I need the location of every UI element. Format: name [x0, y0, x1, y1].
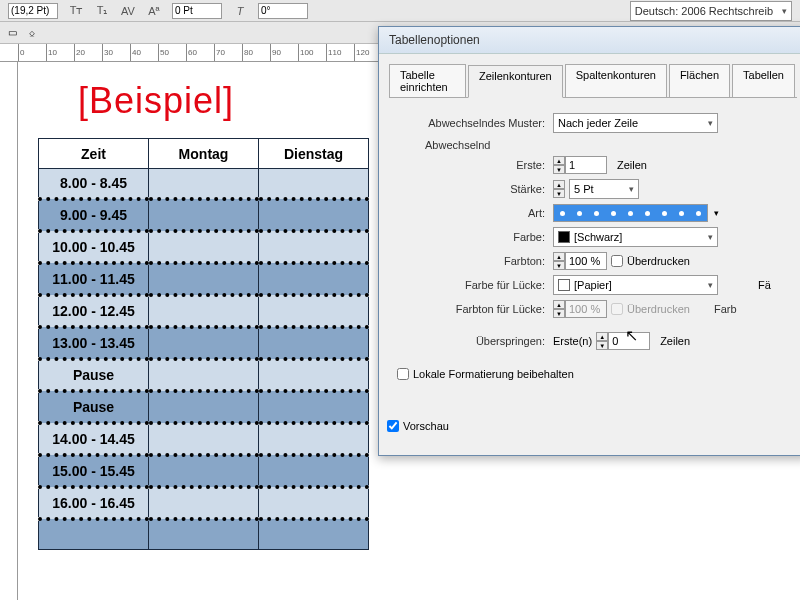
spin-down-icon[interactable]: ▼ — [553, 189, 565, 198]
staerke-label: Stärke: — [393, 183, 553, 195]
table-row — [39, 519, 369, 549]
spin-down-icon[interactable]: ▼ — [596, 341, 608, 350]
erste-spinbox[interactable]: ▲▼ — [553, 156, 607, 174]
table-row: 14.00 - 14.45 — [39, 423, 369, 455]
spin-up-icon[interactable]: ▲ — [553, 252, 565, 261]
header-dienstag[interactable]: Dienstag — [259, 139, 369, 169]
ruler-vertical — [0, 62, 18, 600]
skip-prefix: Erste(n) — [553, 335, 592, 347]
direct-select-icon[interactable]: ▭ — [8, 27, 17, 38]
baseline-icon[interactable]: Aª — [146, 3, 162, 19]
toolbar-top: Tᴛ T₁ AV Aª T Deutsch: 2006 Rechtschreib — [0, 0, 800, 22]
spin-down-icon[interactable]: ▼ — [553, 261, 565, 270]
tab-fills[interactable]: Flächen — [669, 64, 730, 97]
table-row: 11.00 - 11.45 — [39, 263, 369, 295]
table-options-dialog[interactable]: Tabellenoptionen Tabelle einrichten Zeil… — [378, 26, 800, 456]
tab-col-strokes[interactable]: Spaltenkonturen — [565, 64, 667, 97]
dialog-title: Tabellenoptionen — [379, 27, 800, 54]
dialog-tabs: Tabelle einrichten Zeilenkonturen Spalte… — [389, 64, 797, 98]
table-row: 12.00 - 12.45 — [39, 295, 369, 327]
table-row: 10.00 - 10.45 — [39, 231, 369, 263]
table-header-row: Zeit Montag Dienstag — [39, 139, 369, 169]
header-zeit[interactable]: Zeit — [39, 139, 149, 169]
gap-overprint-label: Überdrucken — [627, 303, 690, 315]
preview-checkbox[interactable] — [387, 420, 399, 432]
farbton-spinbox[interactable]: ▲▼ — [553, 252, 607, 270]
table-row: 13.00 - 13.45 — [39, 327, 369, 359]
tracking-input[interactable] — [172, 3, 222, 19]
erste-suffix: Zeilen — [617, 159, 647, 171]
table-row: 9.00 - 9.45 — [39, 199, 369, 231]
swatch-icon — [558, 231, 570, 243]
local-format-label: Lokale Formatierung beibehalten — [413, 368, 574, 380]
spin-up-icon[interactable]: ▲ — [553, 156, 565, 165]
spin-down-icon[interactable]: ▼ — [553, 165, 565, 174]
kerning-icon[interactable]: AV — [120, 3, 136, 19]
gap-overprint-checkbox — [611, 303, 623, 315]
schedule-table[interactable]: Zeit Montag Dienstag 8.00 - 8.45 9.00 - … — [38, 138, 369, 550]
tab-setup[interactable]: Tabelle einrichten — [389, 64, 466, 97]
farbe-label: Farbe: — [393, 231, 553, 243]
tab-tables[interactable]: Tabellen — [732, 64, 795, 97]
preview-label: Vorschau — [403, 420, 449, 432]
pattern-label: Abwechselndes Muster: — [393, 117, 553, 129]
table-row: 8.00 - 8.45 — [39, 169, 369, 200]
stroke-type-dropdown[interactable] — [553, 204, 708, 222]
italic-t-icon[interactable]: T — [232, 3, 248, 19]
alternating-group-label: Abwechselnd — [425, 139, 793, 151]
pattern-dropdown[interactable]: Nach jeder Zeile — [553, 113, 718, 133]
right-cut-label-2: Farb — [714, 303, 737, 315]
magnet-icon[interactable]: ⎐ — [29, 27, 35, 38]
skip-spinbox[interactable]: ▲▼ — [596, 332, 650, 350]
swatch-icon — [558, 279, 570, 291]
spin-up-icon: ▲ — [553, 300, 565, 309]
gap-tint-label: Farbton für Lücke: — [393, 303, 553, 315]
table-row: 16.00 - 16.45 — [39, 487, 369, 519]
header-montag[interactable]: Montag — [149, 139, 259, 169]
farbton-label: Farbton: — [393, 255, 553, 267]
gap-tint-spinbox: ▲▼ — [553, 300, 607, 318]
spin-up-icon[interactable]: ▲ — [596, 332, 608, 341]
spin-down-icon: ▼ — [553, 309, 565, 318]
table-row: Pause — [39, 359, 369, 391]
art-label: Art: — [393, 207, 553, 219]
skip-suffix: Zeilen — [660, 335, 690, 347]
staerke-dropdown[interactable]: 5 Pt — [569, 179, 639, 199]
angle-input[interactable] — [258, 3, 308, 19]
skip-label: Überspringen: — [393, 335, 553, 347]
right-cut-label-1: Fä — [758, 279, 771, 291]
gap-color-label: Farbe für Lücke: — [393, 279, 553, 291]
char-t1-icon[interactable]: T₁ — [94, 3, 110, 19]
char-tt-icon[interactable]: Tᴛ — [68, 3, 84, 19]
local-format-checkbox[interactable] — [397, 368, 409, 380]
language-dropdown[interactable]: Deutsch: 2006 Rechtschreib — [630, 1, 792, 21]
overprint-checkbox[interactable] — [611, 255, 623, 267]
chevron-down-icon[interactable]: ▾ — [714, 208, 719, 218]
gap-color-dropdown[interactable]: [Papier] — [553, 275, 718, 295]
table-row: Pause — [39, 391, 369, 423]
staerke-spinbox[interactable]: ▲▼ — [553, 180, 565, 198]
tab-row-strokes[interactable]: Zeilenkonturen — [468, 65, 563, 98]
erste-label: Erste: — [393, 159, 553, 171]
color-dropdown[interactable]: [Schwarz] — [553, 227, 718, 247]
font-size-input[interactable] — [8, 3, 58, 19]
table-row: 15.00 - 15.45 — [39, 455, 369, 487]
overprint-label: Überdrucken — [627, 255, 690, 267]
spin-up-icon[interactable]: ▲ — [553, 180, 565, 189]
